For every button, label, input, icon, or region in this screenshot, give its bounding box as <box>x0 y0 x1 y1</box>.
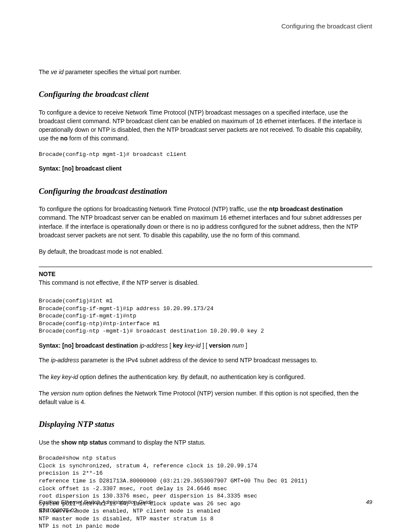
heading-displaying-ntp-status: Displaying NTP status <box>39 418 372 430</box>
footer-doc-number: 53-1003075-02 <box>39 507 372 515</box>
cmd-show-ntp-status: show ntp status <box>61 439 107 446</box>
version-num-description: The version num option defines the Netwo… <box>39 389 372 407</box>
cmd-ntp-broadcast-destination: ntp broadcast destination <box>269 205 342 212</box>
text: The <box>39 373 51 380</box>
broadcast-client-description: To configure a device to receive Network… <box>39 108 372 143</box>
param-num: num <box>232 342 244 349</box>
code-broadcast-destination: Brocade(config)#int m1 Brocade(config-if… <box>39 297 372 335</box>
param-ve-id: ve id <box>51 68 64 75</box>
text: [ <box>168 342 173 349</box>
note-label: NOTE <box>39 270 372 278</box>
note-body: This command is not effective, if the NT… <box>39 278 372 287</box>
text: Use the <box>39 439 61 446</box>
param-ip-address: ip-address <box>140 342 168 349</box>
text: command to display the NTP status. <box>107 439 206 446</box>
page-number: 49 <box>366 498 372 507</box>
text: The <box>39 68 51 75</box>
param-key-keyid: key key-id <box>51 373 78 380</box>
footer-doc-title: FastIron Ethernet Switch Administration … <box>39 498 153 507</box>
heading-broadcast-destination: Configuring the broadcast destination <box>39 185 372 197</box>
syntax-text: Syntax: [no] broadcast client <box>39 165 121 172</box>
text: command. The NTP broadcast server can be… <box>39 214 362 239</box>
broadcast-destination-description: To configure the options for broadcastin… <box>39 205 372 240</box>
keyword-key: key <box>173 342 183 349</box>
default-mode-note: By default, the broadcast mode is not en… <box>39 247 372 256</box>
text: To configure the options for broadcastin… <box>39 205 269 212</box>
text: option defines the authentication key. B… <box>78 373 305 380</box>
text: ] <box>244 342 247 349</box>
param-key-id: key-id <box>184 342 200 349</box>
code-broadcast-client: Brocade(config-ntp mgmt-1)# broadcast cl… <box>39 151 372 159</box>
text: ] [ <box>201 342 209 349</box>
text: form of this command. <box>68 135 129 142</box>
syntax-prefix: Syntax: [no] broadcast destination <box>39 342 140 349</box>
heading-broadcast-client: Configuring the broadcast client <box>39 88 372 100</box>
text: The <box>39 357 51 364</box>
code-ntp-status-output: Brocade#show ntp status Clock is synchro… <box>39 454 372 530</box>
ntp-status-description: Use the show ntp status command to displ… <box>39 438 372 447</box>
running-header: Configuring the broadcast client <box>39 22 372 31</box>
note-block: NOTE This command is not effective, if t… <box>39 270 372 287</box>
text: parameter specifies the virtual port num… <box>64 68 181 75</box>
key-keyid-description: The key key-id option defines the authen… <box>39 373 372 381</box>
ip-address-description: The ip-address parameter is the IPv4 sub… <box>39 356 372 364</box>
page-footer: FastIron Ethernet Switch Administration … <box>39 498 372 515</box>
keyword-version: version <box>209 342 230 349</box>
param-version-num: version num <box>51 390 84 397</box>
text: parameter is the IPv4 subnet address of … <box>79 357 318 364</box>
keyword-no: no <box>60 135 68 142</box>
param-ip-address: ip-address <box>51 357 79 364</box>
syntax-broadcast-destination: Syntax: [no] broadcast destination ip-ad… <box>39 341 372 350</box>
text: option defines the Network Time Protocol… <box>39 390 358 405</box>
text: The <box>39 390 51 397</box>
note-divider <box>39 267 372 267</box>
syntax-broadcast-client: Syntax: [no] broadcast client <box>39 164 372 173</box>
intro-paragraph: The ve id parameter specifies the virtua… <box>39 68 372 76</box>
